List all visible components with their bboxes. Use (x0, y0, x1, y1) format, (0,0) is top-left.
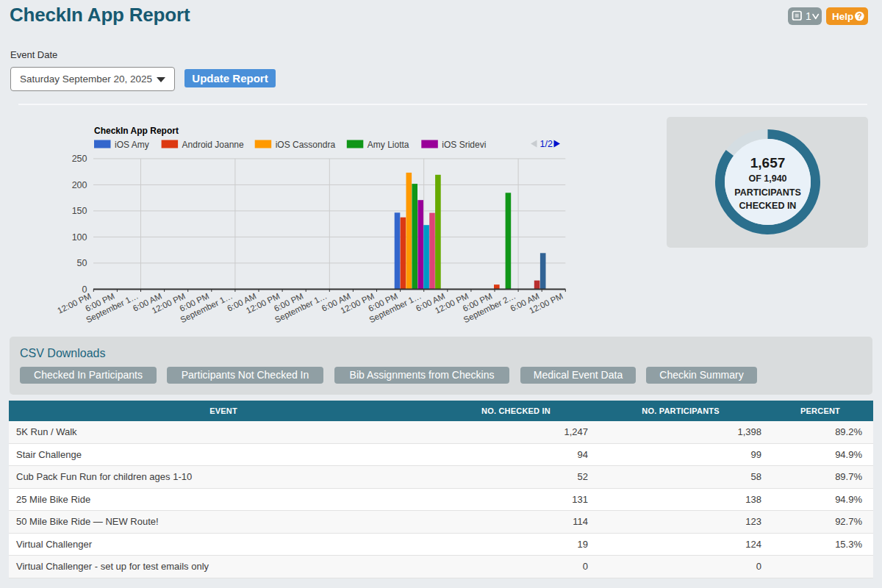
svg-text:250: 250 (72, 154, 87, 164)
svg-text:iOS Cassondra: iOS Cassondra (276, 140, 336, 150)
svg-text:50: 50 (77, 258, 87, 268)
svg-text:iOS Sridevi: iOS Sridevi (442, 140, 486, 150)
svg-text:CHECKED IN: CHECKED IN (739, 201, 797, 211)
svg-text:Android Joanne: Android Joanne (182, 140, 244, 150)
svg-text:100: 100 (72, 232, 87, 243)
svg-text:OF 1,940: OF 1,940 (748, 173, 786, 184)
svg-text:?: ? (857, 12, 862, 21)
svg-text:1,657: 1,657 (750, 155, 786, 171)
svg-text:Help: Help (832, 11, 853, 22)
svg-text:Amy Liotta: Amy Liotta (368, 140, 409, 150)
svg-text:iOS Amy: iOS Amy (115, 140, 149, 150)
svg-text:1/2: 1/2 (540, 139, 553, 149)
svg-text:150: 150 (72, 206, 87, 216)
svg-text:CheckIn App Report: CheckIn App Report (94, 126, 179, 136)
svg-text:1: 1 (806, 10, 811, 22)
svg-text:200: 200 (72, 180, 87, 190)
svg-text:PARTICIPANTS: PARTICIPANTS (734, 187, 801, 198)
